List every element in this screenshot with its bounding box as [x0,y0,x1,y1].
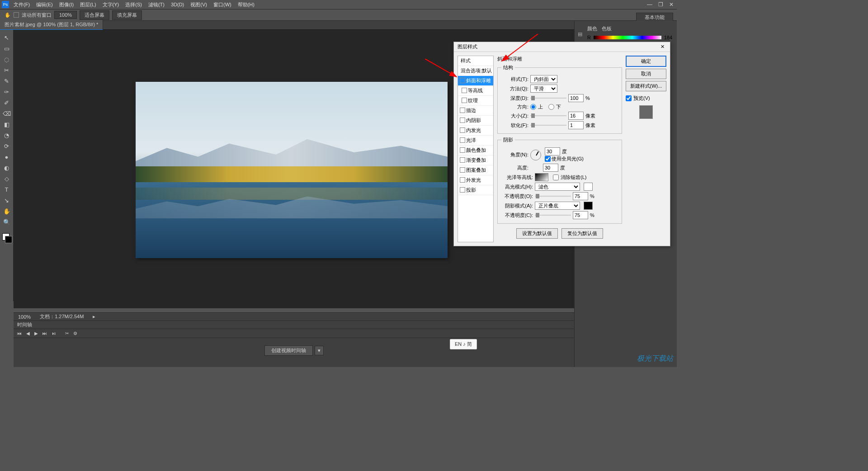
blur-tool[interactable]: ◔ [2,131,12,139]
zoom-display[interactable]: 100% [54,11,77,19]
path-tool[interactable]: ◇ [2,174,12,183]
style-pattern-overlay[interactable]: 图案叠加 [458,165,493,175]
eraser-tool[interactable]: ⌫ [2,109,12,118]
pencil-tool[interactable]: ✐ [2,99,12,107]
menu-filter[interactable]: 滤镜(T) [148,1,165,8]
gradient-tool[interactable]: ◧ [2,120,12,128]
dialog-close-icon[interactable]: ✕ [658,44,666,50]
fit-screen-button[interactable]: 适合屏幕 [80,10,109,20]
direction-up-radio[interactable] [530,104,536,110]
highlight-opacity-slider[interactable] [535,194,571,198]
style-contour[interactable]: 等高线 [458,86,493,96]
document-canvas[interactable] [136,82,448,258]
lasso-tool[interactable]: ◌ [2,55,12,63]
shape-tool[interactable]: ◐ [2,164,12,172]
make-default-button[interactable]: 设置为默认值 [516,228,558,239]
menu-3d[interactable]: 3D(D) [171,2,184,7]
highlight-opacity-input[interactable] [573,192,588,200]
antialias-checkbox[interactable] [553,174,559,180]
preview-checkbox[interactable] [626,95,632,101]
shadow-opacity-slider[interactable] [535,213,571,217]
tl-first[interactable]: ⏮ [17,331,22,336]
style-stroke[interactable]: 描边 [458,106,493,116]
menu-image[interactable]: 图像(I) [59,1,74,8]
gloss-contour-picker[interactable] [535,173,548,181]
hand-tool[interactable]: ✋ [2,207,12,215]
tl-prev[interactable]: ◀ [26,331,30,336]
ime-indicator[interactable]: EN ♪ 简 [450,339,477,349]
swatches-tab[interactable]: 色板 [602,25,612,32]
r-slider[interactable] [594,36,661,39]
crop-tool[interactable]: ✂ [2,66,12,74]
style-satin[interactable]: 光泽 [458,136,493,146]
shadow-color-swatch[interactable] [584,202,593,210]
tl-next[interactable]: ⏭ [42,331,47,336]
shadow-mode-select[interactable]: 正片叠底 [535,202,580,210]
style-blend-options[interactable]: 混合选项:默认 [458,66,493,76]
move-tool[interactable]: ↖ [2,33,12,42]
minimize-button[interactable]: — [644,0,655,9]
tl-last[interactable]: ⏯ [52,331,56,336]
new-style-button[interactable]: 新建样式(W)... [626,81,666,91]
menu-layer[interactable]: 图层(L) [80,1,96,8]
angle-dial[interactable] [530,150,541,160]
menu-help[interactable]: 帮助(H) [238,1,255,8]
style-outer-glow[interactable]: 外发光 [458,175,493,185]
style-styles[interactable]: 样式 [458,56,493,66]
brush-tool[interactable]: ✑ [2,88,12,96]
soften-input[interactable] [568,121,584,129]
altitude-input[interactable] [543,164,558,172]
color-swatch[interactable] [2,233,11,242]
style-color-overlay[interactable]: 颜色叠加 [458,146,493,155]
menu-select[interactable]: 选择(S) [125,1,142,8]
depth-slider[interactable] [530,96,566,100]
reset-default-button[interactable]: 复位为默认值 [561,228,603,239]
depth-input[interactable] [568,94,584,102]
status-zoom[interactable]: 100% [18,314,31,320]
document-tab[interactable]: 图片素材.jpeg @ 100% (图层 1, RGB/8#) * [0,20,103,30]
dodge-tool[interactable]: ⟳ [2,142,12,150]
marquee-tool[interactable]: ▭ [2,44,12,52]
tl-cut[interactable]: ✂ [65,331,69,336]
style-drop-shadow[interactable]: 投影 [458,185,493,195]
menu-type[interactable]: 文字(Y) [103,1,119,8]
style-inner-shadow[interactable]: 内阴影 [458,116,493,126]
cancel-button[interactable]: 取消 [626,69,666,79]
style-select[interactable]: 内斜面 [530,75,557,83]
type-tool[interactable]: T [2,185,12,193]
maximize-button[interactable]: ❐ [655,0,666,9]
create-video-timeline-button[interactable]: 创建视频时间轴 [264,345,313,356]
menu-window[interactable]: 窗口(W) [213,1,231,8]
style-bevel-emboss[interactable]: 斜面和浮雕 [458,76,493,86]
pen-tool[interactable]: ● [2,153,12,161]
method-select[interactable]: 平滑 [530,85,557,93]
close-button[interactable]: ✕ [666,0,677,9]
ok-button[interactable]: 确定 [626,56,666,67]
eyedropper-tool[interactable]: ✎ [2,77,12,85]
color-tab[interactable]: 颜色 [587,25,597,32]
status-arrow[interactable]: ▸ [93,314,95,320]
menu-edit[interactable]: 编辑(E) [36,1,53,8]
menu-view[interactable]: 视图(V) [190,1,207,8]
direction-down-radio[interactable] [548,104,554,110]
zoom-tool[interactable]: 🔍 [2,218,12,226]
panel-icon-1[interactable]: ▤ [576,30,584,38]
tl-gear[interactable]: ⚙ [73,331,77,336]
highlight-mode-select[interactable]: 滤色 [535,183,580,191]
style-texture[interactable]: 纹理 [458,96,493,106]
style-gradient-overlay[interactable]: 渐变叠加 [458,155,493,165]
global-light-checkbox[interactable] [545,156,551,162]
size-input[interactable] [568,112,584,120]
direct-select-tool[interactable]: ↘ [2,196,12,204]
shadow-opacity-input[interactable] [573,211,588,219]
menu-file[interactable]: 文件(F) [14,1,30,8]
angle-input[interactable] [545,147,560,155]
scroll-all-checkbox[interactable] [14,12,19,18]
timeline-dropdown[interactable]: ▾ [315,346,324,355]
soften-slider[interactable] [530,123,566,127]
highlight-color-swatch[interactable] [584,183,593,191]
fill-screen-button[interactable]: 填充屏幕 [112,10,142,20]
style-inner-glow[interactable]: 内发光 [458,126,493,136]
size-slider[interactable] [530,113,566,118]
tl-play[interactable]: ▶ [34,331,38,336]
